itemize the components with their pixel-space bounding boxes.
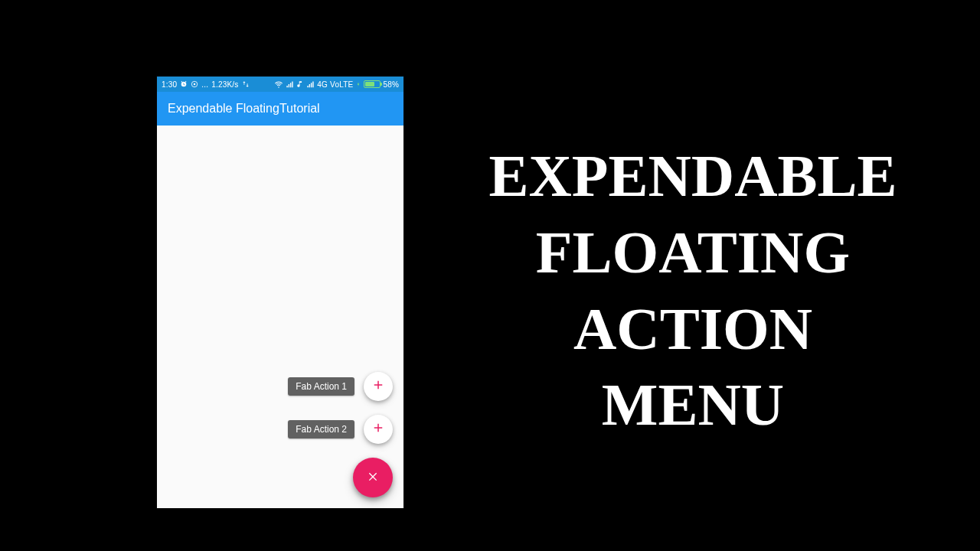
svg-point-1: [194, 83, 196, 86]
status-data-rate: 1.23K/s: [211, 80, 238, 89]
signal-2-icon: [306, 80, 315, 89]
plus-icon: [371, 421, 385, 438]
arrows-icon: [242, 80, 250, 88]
music-icon: [296, 80, 304, 88]
alarm-icon: [180, 80, 188, 88]
ellipsis-icon: ...: [201, 80, 208, 89]
status-volte: VoLTE: [330, 80, 353, 89]
app-title: Expendable FloatingTutorial: [168, 102, 320, 116]
close-icon: [367, 470, 379, 485]
fab-main-button[interactable]: [353, 458, 393, 497]
slide-title: EXPENDABLE FLOATING ACTION MENU: [436, 138, 949, 443]
status-bar: 1:30 ... 1.23K/s: [157, 77, 403, 92]
status-battery-pct: 58%: [383, 80, 399, 89]
fab-action-1-button[interactable]: [364, 372, 393, 401]
fab-action-1-row: Fab Action 1: [288, 372, 393, 401]
fab-action-2-row: Fab Action 2: [288, 415, 393, 444]
fab-action-2-button[interactable]: [364, 415, 393, 444]
wifi-icon: [274, 80, 283, 89]
app-bar: Expendable FloatingTutorial: [157, 92, 403, 126]
app-content: Fab Action 1 Fab Action 2: [157, 126, 403, 508]
signal-icon: [286, 80, 294, 89]
fab-menu: Fab Action 1 Fab Action 2: [288, 372, 393, 497]
fab-action-2-label: Fab Action 2: [288, 420, 354, 439]
app-status-icon: [191, 80, 198, 88]
charging-icon: [355, 80, 361, 88]
plus-icon: [371, 378, 385, 395]
phone-frame: 1:30 ... 1.23K/s: [157, 77, 403, 508]
battery-icon: [364, 80, 381, 88]
status-network: 4G: [317, 80, 328, 89]
status-time: 1:30: [162, 80, 177, 89]
fab-action-1-label: Fab Action 1: [288, 377, 354, 396]
